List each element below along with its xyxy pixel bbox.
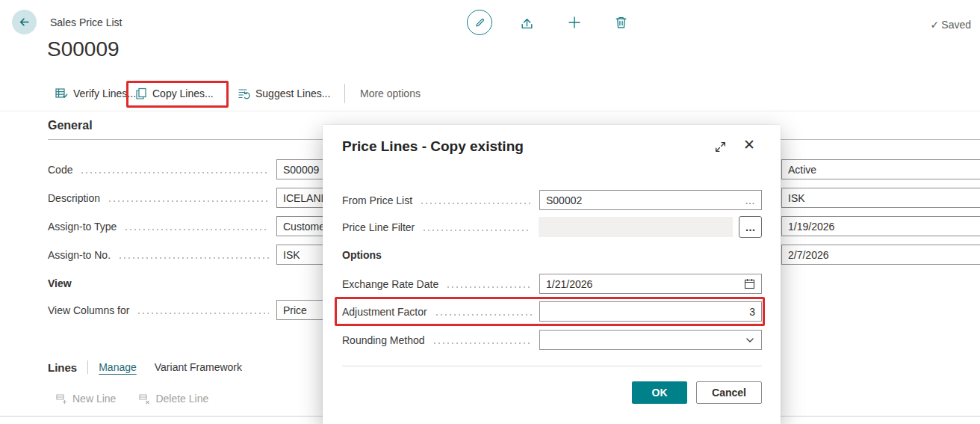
price-line-filter-field[interactable] [539, 217, 733, 237]
dotted-leader [118, 257, 269, 259]
verify-lines-icon [55, 87, 68, 99]
rounding-method-label: Rounding Method [342, 334, 425, 346]
exchange-rate-date-row: Exchange Rate Date 1/21/2026 [342, 274, 762, 294]
dotted-leader [80, 172, 269, 173]
verify-lines-button[interactable]: Verify Lines... [55, 87, 136, 99]
price-lines-copy-existing-dialog: Price Lines - Copy existing ✕ From Price… [323, 125, 781, 424]
calendar-icon[interactable] [744, 278, 755, 289]
tab-manage[interactable]: Manage [99, 361, 137, 373]
ending-date-field[interactable]: 2/7/2026 [781, 245, 980, 265]
dotted-leader [420, 203, 532, 204]
dialog-title: Price Lines - Copy existing [342, 138, 524, 155]
view-columns-label: View Columns for [48, 304, 129, 316]
exchange-rate-date-label: Exchange Rate Date [342, 278, 438, 290]
saved-label: Saved [941, 19, 971, 31]
from-price-list-label: From Price List [342, 194, 412, 206]
edit-button[interactable] [467, 10, 492, 35]
assign-to-no-label: Assign-to No. [48, 249, 111, 261]
verify-lines-label: Verify Lines... [73, 87, 136, 99]
suggest-lines-button[interactable]: Suggest Lines... [238, 87, 330, 99]
expand-dialog-button[interactable] [714, 141, 727, 153]
delete-button[interactable] [613, 15, 628, 30]
check-icon: ✓ [931, 19, 940, 31]
from-price-list-lookup-button[interactable]: … [740, 194, 755, 206]
dotted-leader [124, 229, 269, 230]
page-caption: Sales Price List [50, 16, 122, 28]
delete-line-label: Delete Line [155, 393, 208, 405]
ellipsis-icon: … [745, 221, 756, 233]
sales-price-list-page: Sales Price List S00009 ✓ Saved Verify L… [0, 0, 980, 424]
general-section-title: General [48, 119, 93, 132]
back-button[interactable] [12, 10, 37, 34]
code-label: Code [48, 164, 72, 176]
status-field[interactable]: Active [781, 159, 980, 179]
starting-date-value: 1/19/2026 [788, 221, 834, 233]
dotted-leader [137, 313, 269, 314]
trash-icon [615, 16, 627, 29]
price-line-filter-label: Price Line Filter [342, 221, 415, 233]
dotted-leader [432, 342, 532, 344]
assign-to-type-label: Assign-to Type [48, 221, 117, 233]
new-line-button[interactable]: New Line [55, 393, 116, 405]
expand-icon [714, 141, 727, 153]
copy-lines-icon [135, 87, 147, 99]
new-line-icon [55, 393, 67, 405]
adjustment-factor-field[interactable]: 3 [539, 301, 762, 322]
record-title: S00009 [47, 37, 120, 61]
cancel-label: Cancel [712, 387, 746, 399]
lines-section-header: Lines Manage Variant Framework [48, 360, 242, 374]
exchange-rate-date-value: 1/21/2026 [546, 278, 739, 290]
dotted-leader [108, 200, 269, 202]
from-price-list-field[interactable]: S00002 … [539, 190, 762, 210]
share-button[interactable] [518, 14, 535, 31]
suggest-lines-label: Suggest Lines... [255, 87, 330, 99]
description-label: Description [48, 192, 100, 204]
suggest-lines-icon [238, 87, 250, 99]
assign-to-no-value: ISK [283, 249, 300, 261]
dotted-leader [422, 230, 531, 231]
view-columns-value: Price [283, 304, 307, 316]
dialog-footer-divider [342, 366, 762, 366]
add-button[interactable] [566, 15, 583, 30]
toolbar-divider [344, 84, 345, 103]
copy-lines-button[interactable]: Copy Lines... [135, 87, 214, 99]
cancel-button[interactable]: Cancel [696, 381, 762, 404]
view-group-heading: View [48, 277, 72, 289]
status-value: Active [788, 164, 816, 176]
ok-button[interactable]: OK [632, 381, 687, 404]
starting-date-field[interactable]: 1/19/2026 [781, 216, 980, 236]
tab-variant-framework[interactable]: Variant Framework [155, 361, 242, 373]
more-options-label: More options [360, 87, 421, 99]
currency-field[interactable]: ISK [781, 188, 980, 208]
rounding-method-field[interactable] [539, 330, 762, 350]
assign-to-type-value: Customer [283, 221, 329, 233]
toolbar-separator [0, 111, 980, 111]
close-dialog-button[interactable]: ✕ [739, 136, 759, 153]
lines-grid-actions: New Line Delete Line [55, 393, 208, 405]
copy-lines-label: Copy Lines... [152, 87, 214, 99]
chevron-down-icon[interactable] [745, 335, 755, 345]
share-icon [519, 16, 535, 30]
lines-header-divider [87, 360, 88, 374]
price-line-filter-row: Price Line Filter … [342, 217, 762, 237]
rounding-method-row: Rounding Method [342, 330, 762, 350]
delete-line-icon [138, 393, 150, 405]
new-line-label: New Line [72, 393, 116, 405]
adjustment-factor-label: Adjustment Factor [342, 306, 427, 318]
options-group-heading: Options [342, 249, 382, 261]
adjustment-factor-row: Adjustment Factor 3 [342, 301, 762, 322]
ok-label: OK [652, 387, 668, 399]
exchange-rate-date-field[interactable]: 1/21/2026 [539, 274, 762, 294]
close-icon: ✕ [743, 137, 755, 153]
pencil-icon [474, 17, 486, 28]
more-options-button[interactable]: More options [360, 87, 421, 99]
from-price-list-row: From Price List S00002 … [342, 190, 762, 210]
lines-section-title: Lines [48, 361, 77, 374]
ending-date-value: 2/7/2026 [788, 249, 829, 261]
delete-line-button[interactable]: Delete Line [138, 393, 208, 405]
code-value: S00009 [283, 164, 319, 176]
dotted-leader [446, 286, 532, 288]
saved-indicator: ✓ Saved [931, 19, 971, 31]
currency-value: ISK [788, 192, 805, 204]
price-line-filter-assist-button[interactable]: … [739, 216, 762, 238]
